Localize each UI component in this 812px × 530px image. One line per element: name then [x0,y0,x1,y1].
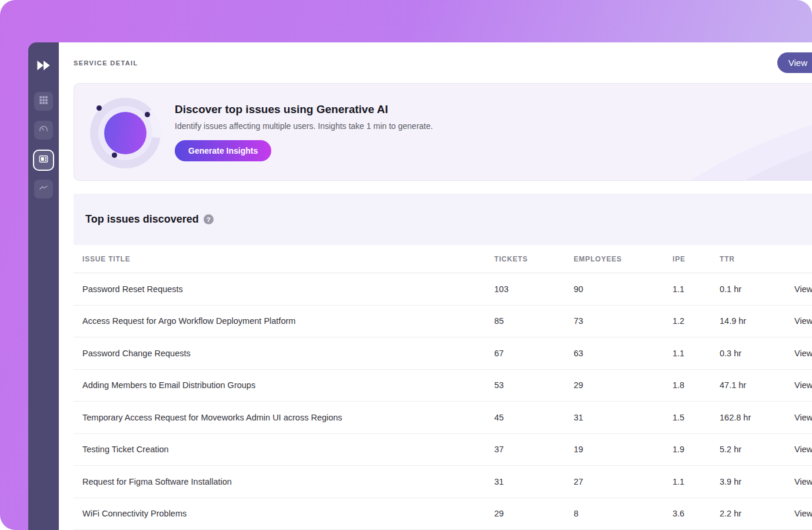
tickets-cell: 53 [494,380,574,390]
ttr-cell: 47.1 hr [720,380,794,390]
ai-orb-graphic [90,98,161,168]
employees-cell: 63 [574,349,673,358]
row-view-link[interactable]: View [794,316,812,326]
row-view-link[interactable]: View [794,284,812,294]
issue-title-cell: Adding Members to Email Distribution Gro… [82,380,494,390]
column-employees: EMPLOYEES [574,255,673,263]
banner-subtitle: Identify issues affecting multiple users… [175,121,433,131]
column-ipe: IPE [673,255,720,263]
tickets-cell: 85 [494,316,574,326]
sidebar-item-service-detail[interactable] [33,150,54,171]
main-panel: SERVICE DETAIL View Discover top issues … [59,42,812,530]
ipe-cell: 1.1 [673,349,720,358]
column-tickets: TICKETS [494,255,574,263]
help-icon[interactable]: ? [204,214,214,224]
table-row: Temporary Access Request for Moveworks A… [74,402,812,434]
ttr-cell: 5.2 hr [720,445,794,454]
banner-title: Discover top issues using Generative AI [175,103,433,116]
ttr-cell: 0.3 hr [720,349,794,358]
ipe-cell: 1.2 [673,316,720,326]
genai-banner: Discover top issues using Generative AI … [74,83,812,181]
generate-insights-button[interactable]: Generate Insights [175,140,271,161]
dashboard-card-icon [38,154,49,167]
table-row: Testing Ticket Creation 37 19 1.9 5.2 hr… [74,434,812,466]
tickets-cell: 37 [494,445,574,454]
row-view-link[interactable]: View [794,509,812,518]
ipe-cell: 1.9 [673,445,720,454]
employees-cell: 19 [574,445,673,454]
row-view-link[interactable]: View [794,445,812,454]
tickets-cell: 45 [494,413,574,422]
topbar: SERVICE DETAIL View [59,42,812,83]
fast-forward-logo-icon [35,57,52,77]
section-header: Top issues discovered ? [74,194,812,245]
view-button[interactable]: View [777,52,812,73]
sidebar-item-apps[interactable] [34,92,53,111]
employees-cell: 29 [574,380,673,390]
grid-icon [38,95,49,108]
column-issue-title: ISSUE TITLE [82,255,494,263]
tickets-cell: 67 [494,349,574,358]
issue-title-cell: Request for Figma Software Installation [82,477,494,486]
ttr-cell: 0.1 hr [720,284,794,294]
issue-title-cell: WiFi Connectivity Problems [82,509,494,518]
ttr-cell: 3.9 hr [720,477,794,486]
employees-cell: 27 [574,477,673,486]
table-header-row: ISSUE TITLE TICKETS EMPLOYEES IPE TTR [74,245,812,273]
sidebar [28,42,59,530]
ttr-cell: 162.8 hr [720,413,794,422]
issue-title-cell: Access Request for Argo Workflow Deploym… [82,316,494,326]
trend-line-icon [38,183,49,196]
ipe-cell: 1.5 [673,413,720,422]
tickets-cell: 31 [494,477,574,486]
row-view-link[interactable]: View [794,380,812,390]
issue-title-cell: Password Change Requests [82,349,494,358]
gauge-icon [38,124,49,137]
table-row: Access Request for Argo Workflow Deploym… [74,306,812,338]
employees-cell: 73 [574,316,673,326]
issue-title-cell: Temporary Access Request for Moveworks A… [82,413,494,422]
tickets-cell: 103 [494,284,574,294]
row-view-link[interactable]: View [794,349,812,358]
tickets-cell: 29 [494,509,574,518]
section-title: Top issues discovered [85,213,199,226]
ttr-cell: 14.9 hr [720,316,794,326]
table-row: WiFi Connectivity Problems 29 8 3.6 2.2 … [74,498,812,530]
table-row: Password Change Requests 67 63 1.1 0.3 h… [74,337,812,370]
page-title: SERVICE DETAIL [74,59,138,67]
employees-cell: 8 [574,509,673,518]
banner-decor-curve [439,101,812,181]
column-ttr: TTR [720,255,794,263]
app-window: SERVICE DETAIL View Discover top issues … [28,42,812,530]
row-view-link[interactable]: View [794,413,812,422]
employees-cell: 31 [574,413,673,422]
employees-cell: 90 [574,284,673,294]
ipe-cell: 1.1 [673,284,720,294]
table-row: Adding Members to Email Distribution Gro… [74,370,812,402]
ipe-cell: 1.1 [673,477,720,486]
issues-table: ISSUE TITLE TICKETS EMPLOYEES IPE TTR Pa… [74,245,812,530]
issue-title-cell: Testing Ticket Creation [82,445,494,454]
row-view-link[interactable]: View [794,477,812,486]
sidebar-item-performance[interactable] [34,121,53,140]
table-row: Request for Figma Software Installation … [74,466,812,498]
ttr-cell: 2.2 hr [720,509,794,518]
table-body: Password Reset Requests 103 90 1.1 0.1 h… [74,273,812,530]
sidebar-item-trends[interactable] [34,180,53,198]
ipe-cell: 3.6 [673,509,720,518]
table-row: Password Reset Requests 103 90 1.1 0.1 h… [74,273,812,306]
issue-title-cell: Password Reset Requests [82,284,494,294]
ipe-cell: 1.8 [673,380,720,390]
